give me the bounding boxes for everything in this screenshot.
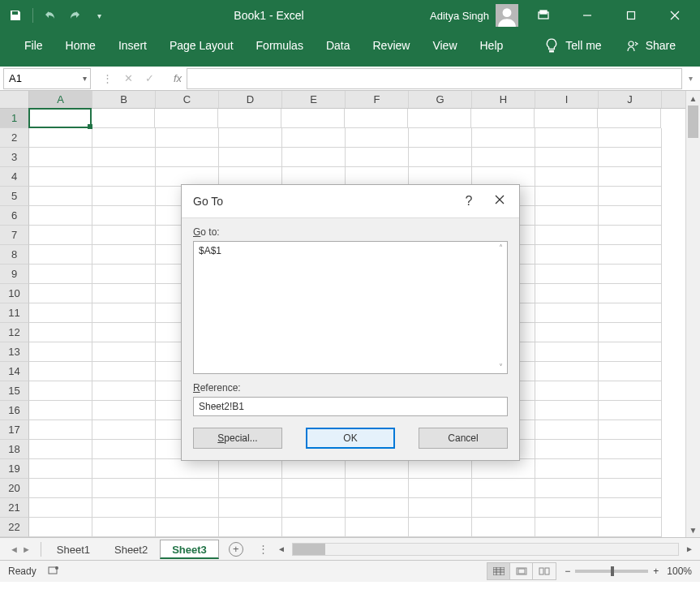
page-layout-view-icon[interactable] bbox=[510, 563, 533, 579]
cell-F20[interactable] bbox=[346, 479, 409, 498]
cell-I1[interactable] bbox=[535, 109, 598, 128]
tab-insert[interactable]: Insert bbox=[107, 34, 158, 57]
fx-icon[interactable]: fx bbox=[165, 72, 185, 84]
tab-file[interactable]: File bbox=[13, 34, 54, 57]
special-button[interactable]: Special... bbox=[193, 428, 282, 449]
cell-E1[interactable] bbox=[281, 109, 345, 128]
row-header-7[interactable]: 7 bbox=[0, 226, 29, 245]
row-header-14[interactable]: 14 bbox=[0, 362, 29, 381]
zoom-in-icon[interactable]: + bbox=[653, 566, 659, 577]
cell-B20[interactable] bbox=[92, 479, 156, 498]
cell-H20[interactable] bbox=[472, 479, 535, 498]
cell-E22[interactable] bbox=[282, 518, 346, 537]
cell-B4[interactable] bbox=[92, 167, 156, 187]
cell-D22[interactable] bbox=[219, 518, 282, 537]
cell-H19[interactable] bbox=[472, 459, 535, 479]
cell-B5[interactable] bbox=[92, 187, 156, 206]
cell-B19[interactable] bbox=[92, 459, 156, 479]
hscroll-thumb[interactable] bbox=[293, 544, 325, 555]
hscroll-left-icon[interactable]: ◄ bbox=[274, 544, 289, 553]
cell-F21[interactable] bbox=[346, 498, 409, 518]
row-header-13[interactable]: 13 bbox=[0, 342, 29, 362]
cell-I3[interactable] bbox=[535, 148, 599, 167]
cell-H2[interactable] bbox=[472, 128, 535, 148]
tab-help[interactable]: Help bbox=[469, 34, 515, 57]
cell-E3[interactable] bbox=[282, 148, 346, 167]
cell-G2[interactable] bbox=[409, 128, 472, 148]
cell-G19[interactable] bbox=[409, 459, 472, 479]
cell-J12[interactable] bbox=[599, 323, 662, 342]
row-header-22[interactable]: 22 bbox=[0, 518, 29, 537]
page-break-view-icon[interactable] bbox=[533, 563, 556, 579]
zoom-out-icon[interactable]: − bbox=[565, 566, 570, 577]
cell-J10[interactable] bbox=[599, 284, 662, 303]
cell-I17[interactable] bbox=[535, 420, 599, 440]
row-header-4[interactable]: 4 bbox=[0, 167, 29, 187]
scroll-up-icon[interactable]: ▲ bbox=[686, 91, 700, 105]
sheet-tab-3[interactable]: Sheet3 bbox=[160, 540, 219, 559]
list-scroll-up-icon[interactable]: ˄ bbox=[499, 243, 503, 252]
cell-J7[interactable] bbox=[599, 226, 662, 245]
maximize-icon[interactable] bbox=[612, 0, 650, 31]
cell-A14[interactable] bbox=[29, 362, 92, 381]
cell-J8[interactable] bbox=[599, 245, 662, 265]
ribbon-display-options-icon[interactable] bbox=[525, 0, 562, 31]
cell-J1[interactable] bbox=[598, 109, 661, 128]
cell-A20[interactable] bbox=[29, 479, 92, 498]
cell-B10[interactable] bbox=[92, 284, 156, 303]
row-header-10[interactable]: 10 bbox=[0, 284, 29, 303]
cell-I4[interactable] bbox=[535, 167, 599, 187]
cell-A6[interactable] bbox=[29, 206, 92, 226]
cancel-formula-icon[interactable]: ✕ bbox=[120, 72, 136, 84]
undo-icon[interactable] bbox=[41, 6, 59, 24]
row-header-1[interactable]: 1 bbox=[0, 109, 29, 128]
cell-J14[interactable] bbox=[599, 362, 662, 381]
cell-J17[interactable] bbox=[599, 420, 662, 440]
cell-I11[interactable] bbox=[535, 303, 599, 323]
cell-C20[interactable] bbox=[156, 479, 219, 498]
macro-record-icon[interactable] bbox=[48, 565, 59, 579]
cell-J15[interactable] bbox=[599, 381, 662, 401]
tab-home[interactable]: Home bbox=[54, 34, 107, 57]
cell-C1[interactable] bbox=[155, 109, 218, 128]
cell-I16[interactable] bbox=[535, 401, 599, 420]
cell-J2[interactable] bbox=[599, 128, 662, 148]
cell-I7[interactable] bbox=[535, 226, 599, 245]
cell-F19[interactable] bbox=[346, 459, 409, 479]
cell-B9[interactable] bbox=[92, 265, 156, 284]
col-header-A[interactable]: A bbox=[29, 91, 92, 108]
cell-A5[interactable] bbox=[29, 187, 92, 206]
cell-A10[interactable] bbox=[29, 284, 92, 303]
col-header-I[interactable]: I bbox=[535, 91, 599, 108]
row-header-17[interactable]: 17 bbox=[0, 420, 29, 440]
cell-H3[interactable] bbox=[472, 148, 535, 167]
scroll-thumb[interactable] bbox=[688, 105, 698, 138]
vertical-scrollbar[interactable]: ▲ ▼ bbox=[685, 91, 700, 537]
col-header-C[interactable]: C bbox=[156, 91, 219, 108]
cell-A1[interactable] bbox=[28, 108, 92, 128]
cell-B11[interactable] bbox=[92, 303, 156, 323]
cell-B13[interactable] bbox=[92, 342, 156, 362]
col-header-F[interactable]: F bbox=[346, 91, 409, 108]
scroll-down-icon[interactable]: ▼ bbox=[686, 523, 700, 537]
row-header-11[interactable]: 11 bbox=[0, 303, 29, 323]
col-header-B[interactable]: B bbox=[92, 91, 156, 108]
cell-J13[interactable] bbox=[599, 342, 662, 362]
cell-E21[interactable] bbox=[282, 498, 346, 518]
sheet-nav-prev-icon[interactable]: ◄ bbox=[10, 544, 19, 554]
cell-A9[interactable] bbox=[29, 265, 92, 284]
row-header-18[interactable]: 18 bbox=[0, 440, 29, 459]
goto-list-item[interactable]: $A$1 bbox=[199, 245, 502, 256]
row-header-15[interactable]: 15 bbox=[0, 381, 29, 401]
cell-I18[interactable] bbox=[535, 440, 599, 459]
cell-B2[interactable] bbox=[92, 128, 156, 148]
cell-F3[interactable] bbox=[346, 148, 409, 167]
tab-review[interactable]: Review bbox=[362, 34, 422, 57]
cell-D19[interactable] bbox=[219, 459, 282, 479]
cell-I15[interactable] bbox=[535, 381, 599, 401]
formula-input[interactable] bbox=[187, 68, 682, 89]
minimize-icon[interactable] bbox=[569, 0, 606, 31]
dialog-help-icon[interactable]: ? bbox=[461, 194, 477, 209]
cell-C22[interactable] bbox=[156, 518, 219, 537]
cell-B7[interactable] bbox=[92, 226, 156, 245]
